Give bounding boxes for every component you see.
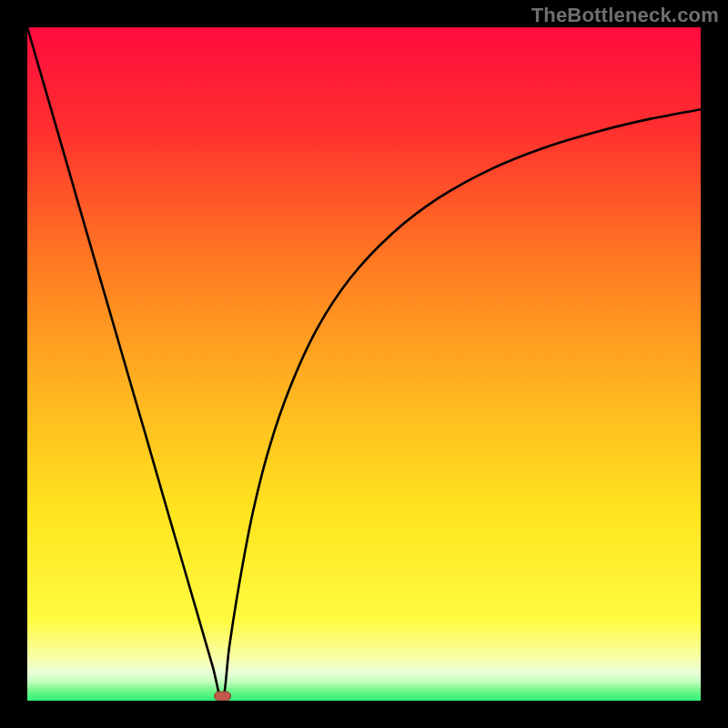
watermark-text: TheBottleneck.com [531,4,719,27]
chart-frame [27,27,701,701]
notch-marker [215,692,231,701]
bottleneck-chart [27,27,701,701]
gradient-background [27,27,701,701]
